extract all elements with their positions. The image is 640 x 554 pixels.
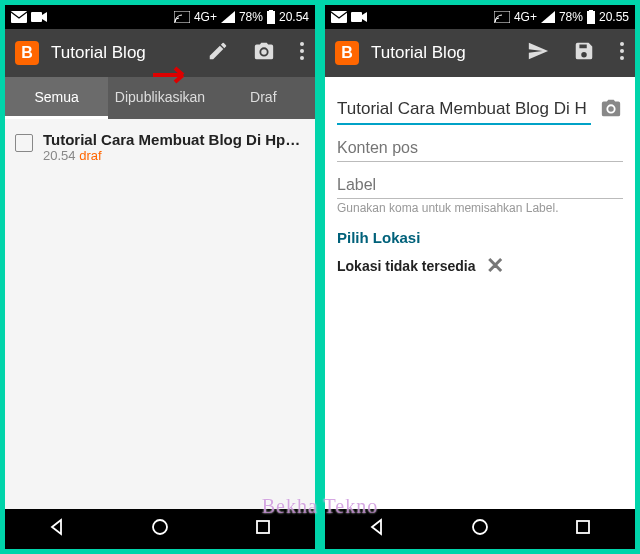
svg-rect-0 (11, 11, 27, 23)
save-button[interactable] (573, 40, 595, 66)
status-bar: 4G+ 78% 20.55 (325, 5, 635, 29)
clock-label: 20.55 (599, 10, 629, 24)
video-icon (31, 11, 47, 23)
status-bar: 4G+ 78% 20.54 (5, 5, 315, 29)
watermark: Bekha Tekno (262, 495, 378, 518)
post-row[interactable]: Tutorial Cara Membuat Blog Di Hp A... 20… (13, 125, 307, 169)
svg-rect-9 (257, 521, 269, 533)
label-hint: Gunakan koma untuk memisahkan Label. (337, 201, 623, 215)
location-status: Lokasi tidak tersedia (337, 258, 476, 274)
svg-point-17 (620, 56, 624, 60)
screen-editor: 4G+ 78% 20.55 B Tutorial Blog (325, 5, 635, 549)
signal-icon (541, 11, 555, 23)
nav-recent-button[interactable] (253, 517, 273, 541)
svg-point-8 (153, 520, 167, 534)
blogger-logo-icon: B (335, 41, 359, 65)
battery-label: 78% (559, 10, 583, 24)
battery-icon (267, 10, 275, 24)
svg-rect-10 (331, 11, 347, 23)
svg-rect-12 (494, 11, 510, 23)
nav-back-button[interactable] (367, 517, 387, 541)
svg-point-18 (473, 520, 487, 534)
tab-published[interactable]: Dipublikasikan (108, 77, 211, 119)
svg-point-5 (300, 42, 304, 46)
cast-icon (494, 11, 510, 23)
svg-rect-11 (351, 12, 362, 22)
app-bar: B Tutorial Blog (325, 29, 635, 77)
mail-icon (11, 11, 27, 23)
svg-point-15 (620, 42, 624, 46)
post-checkbox[interactable] (15, 134, 33, 152)
nav-back-button[interactable] (47, 517, 67, 541)
cast-icon (174, 11, 190, 23)
svg-point-16 (620, 49, 624, 53)
svg-rect-2 (174, 11, 190, 23)
camera-button[interactable] (253, 40, 275, 66)
post-content-input[interactable] (337, 133, 623, 162)
post-meta: 20.54 draf (43, 148, 303, 163)
editor-form: Gunakan koma untuk memisahkan Label. Pil… (325, 77, 635, 509)
post-status: draf (79, 148, 101, 163)
insert-photo-button[interactable] (599, 97, 623, 123)
clear-location-button[interactable]: ✕ (486, 259, 504, 273)
mail-icon (331, 11, 347, 23)
svg-rect-13 (587, 11, 595, 24)
tab-draft[interactable]: Draf (212, 77, 315, 119)
tabs: Semua Dipublikasikan Draf (5, 77, 315, 119)
battery-label: 78% (239, 10, 263, 24)
signal-icon (221, 11, 235, 23)
nav-home-button[interactable] (470, 517, 490, 541)
overflow-menu-button[interactable] (619, 41, 625, 65)
nav-recent-button[interactable] (573, 517, 593, 541)
screen-post-list: 4G+ 78% 20.54 B Tutorial Blog Semua Dipu… (5, 5, 315, 549)
svg-point-6 (300, 49, 304, 53)
svg-rect-1 (31, 12, 42, 22)
app-title: Tutorial Blog (371, 43, 466, 63)
svg-rect-14 (589, 10, 593, 11)
network-label: 4G+ (514, 10, 537, 24)
compose-button[interactable] (207, 40, 229, 66)
post-list: Tutorial Cara Membuat Blog Di Hp A... 20… (5, 119, 315, 509)
send-button[interactable] (527, 40, 549, 66)
network-label: 4G+ (194, 10, 217, 24)
battery-icon (587, 10, 595, 24)
post-label-input[interactable] (337, 170, 623, 199)
svg-rect-3 (267, 11, 275, 24)
overflow-menu-button[interactable] (299, 41, 305, 65)
post-title-input[interactable] (337, 95, 591, 125)
svg-point-7 (300, 56, 304, 60)
nav-home-button[interactable] (150, 517, 170, 541)
svg-rect-19 (577, 521, 589, 533)
post-title: Tutorial Cara Membuat Blog Di Hp A... (43, 131, 303, 148)
post-time: 20.54 (43, 148, 76, 163)
clock-label: 20.54 (279, 10, 309, 24)
app-bar: B Tutorial Blog (5, 29, 315, 77)
svg-rect-4 (269, 10, 273, 11)
blogger-logo-icon: B (15, 41, 39, 65)
tab-all[interactable]: Semua (5, 77, 108, 119)
app-title: Tutorial Blog (51, 43, 146, 63)
location-heading[interactable]: Pilih Lokasi (337, 229, 623, 246)
video-icon (351, 11, 367, 23)
